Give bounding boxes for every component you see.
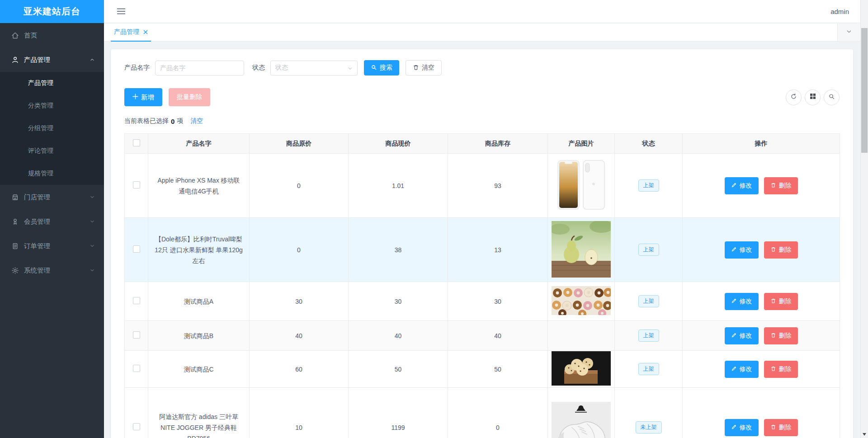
row-checkbox[interactable]	[133, 365, 140, 372]
refresh-button[interactable]	[786, 89, 802, 105]
sidebar-item-store-management[interactable]: 门店管理	[0, 185, 104, 209]
selected-count: 0	[171, 118, 175, 125]
product-image	[552, 351, 611, 386]
chevron-down-icon	[347, 66, 353, 73]
pencil-icon	[731, 424, 737, 431]
add-button[interactable]: 新增	[124, 88, 162, 106]
delete-button[interactable]: 删除	[764, 293, 798, 310]
sidebar-subitem-comment[interactable]: 评论管理	[0, 140, 104, 162]
product-image	[552, 286, 611, 315]
chevron-down-icon	[90, 243, 95, 249]
table-row: 测试商品B 40 40 40 上架 修改 删除	[125, 321, 840, 351]
row-checkbox[interactable]	[133, 297, 140, 304]
stock: 50	[448, 351, 548, 388]
col-status: 状态	[615, 134, 683, 154]
chevron-down-icon	[846, 28, 852, 37]
delete-button[interactable]: 删除	[764, 177, 798, 194]
delete-button[interactable]: 删除	[764, 241, 798, 259]
sidebar-subitem-product[interactable]: 产品管理	[0, 72, 104, 94]
row-checkbox[interactable]	[133, 331, 140, 339]
current-price: 38	[349, 218, 448, 282]
close-icon[interactable]	[143, 28, 148, 36]
edit-button[interactable]: 修改	[725, 419, 759, 436]
tab-list-toggle[interactable]	[837, 24, 860, 41]
table-row: 测试商品C 60 50 50	[125, 351, 840, 388]
toolbar: 新增 批量删除	[124, 88, 840, 106]
current-price: 50	[349, 351, 448, 388]
batch-delete-button[interactable]: 批量删除	[169, 88, 210, 106]
tab-bar: 产品管理	[104, 24, 860, 42]
member-icon	[11, 218, 19, 226]
table-row: 测试商品A 30 30 30	[125, 282, 840, 321]
stock: 40	[448, 321, 548, 351]
grid-icon	[810, 93, 816, 101]
sidebar-item-product-management[interactable]: 产品管理	[0, 47, 104, 72]
scrollbar-thumb[interactable]	[861, 28, 868, 153]
product-name: 【Dole都乐】比利时Truval啤梨12只 进口水果新鲜梨 单果120g左右	[148, 218, 250, 282]
pencil-icon	[731, 366, 737, 373]
sidebar-subitem-spec[interactable]: 规格管理	[0, 162, 104, 185]
tab-product-management[interactable]: 产品管理	[111, 24, 151, 42]
row-checkbox[interactable]	[133, 245, 140, 253]
product-table: 产品名字 商品原价 商品现价 商品库存 产品图片 状态 操作 Apple iPh…	[124, 133, 840, 438]
sidebar-item-home[interactable]: 首页	[0, 23, 104, 47]
filter-row: 产品名字 状态 状态 搜索 清空	[124, 60, 840, 75]
columns-grid-button[interactable]	[805, 89, 821, 105]
current-user[interactable]: admin	[830, 8, 849, 15]
delete-button[interactable]: 删除	[764, 419, 798, 436]
col-actions: 操作	[683, 134, 840, 154]
stock: 0	[448, 388, 548, 438]
status-select[interactable]: 状态	[270, 61, 358, 75]
search-icon	[371, 64, 377, 72]
table-search-button[interactable]	[824, 89, 840, 105]
search-button[interactable]: 搜索	[364, 60, 399, 75]
clear-filters-button[interactable]: 清空	[406, 60, 442, 75]
table-header-row: 产品名字 商品原价 商品现价 商品库存 产品图片 状态 操作	[125, 134, 840, 154]
name-filter-label: 产品名字	[124, 64, 150, 72]
edit-button[interactable]: 修改	[725, 241, 759, 259]
trash-icon	[413, 64, 419, 72]
delete-button[interactable]: 删除	[764, 361, 798, 378]
delete-button[interactable]: 删除	[764, 327, 798, 344]
row-checkbox[interactable]	[133, 423, 140, 430]
product-name-input[interactable]	[155, 61, 244, 75]
product-image	[552, 402, 611, 438]
sidebar-item-member-management[interactable]: 会员管理	[0, 209, 104, 234]
chevron-up-icon	[90, 57, 95, 62]
clear-selection-link[interactable]: 清空	[190, 117, 203, 125]
chevron-down-icon	[90, 194, 95, 200]
product-name: 测试商品B	[148, 321, 250, 351]
product-name: 测试商品A	[148, 282, 250, 321]
product-list-card: 产品名字 状态 状态 搜索 清空	[111, 49, 853, 438]
original-price: 0	[250, 218, 349, 282]
edit-button[interactable]: 修改	[725, 177, 759, 194]
product-name: 测试商品C	[148, 351, 250, 388]
status-badge: 上架	[638, 330, 659, 342]
original-price: 10	[250, 388, 349, 438]
status-badge: 上架	[638, 363, 659, 375]
plus-icon	[132, 94, 138, 101]
select-all-checkbox[interactable]	[133, 139, 140, 146]
original-price: 30	[250, 282, 349, 321]
top-header: admin	[104, 0, 868, 23]
edit-button[interactable]: 修改	[725, 327, 759, 344]
stock: 30	[448, 282, 548, 321]
pencil-icon	[731, 298, 737, 305]
scrollbar-down-arrow[interactable]	[863, 433, 866, 436]
edit-button[interactable]: 修改	[725, 293, 759, 310]
sidebar-subitem-group[interactable]: 分组管理	[0, 117, 104, 140]
trash-icon	[770, 424, 776, 431]
edit-button[interactable]: 修改	[725, 361, 759, 378]
original-price: 60	[250, 351, 349, 388]
pencil-icon	[731, 182, 737, 189]
sidebar-subitem-category[interactable]: 分类管理	[0, 94, 104, 117]
vertical-scrollbar[interactable]	[860, 0, 868, 438]
sidebar: 亚米建站后台 首页 产品管理 产品管理 分类管理 分组管理 评论管理 规格管理 …	[0, 0, 104, 438]
row-checkbox[interactable]	[133, 181, 140, 188]
sidebar-submenu: 产品管理 分类管理 分组管理 评论管理 规格管理	[0, 72, 104, 185]
sidebar-item-order-management[interactable]: 订单管理	[0, 234, 104, 258]
menu-toggle-icon[interactable]	[117, 8, 126, 15]
col-stock: 商品库存	[448, 134, 548, 154]
status-badge: 上架	[638, 179, 659, 192]
sidebar-item-system-management[interactable]: 系统管理	[0, 258, 104, 283]
